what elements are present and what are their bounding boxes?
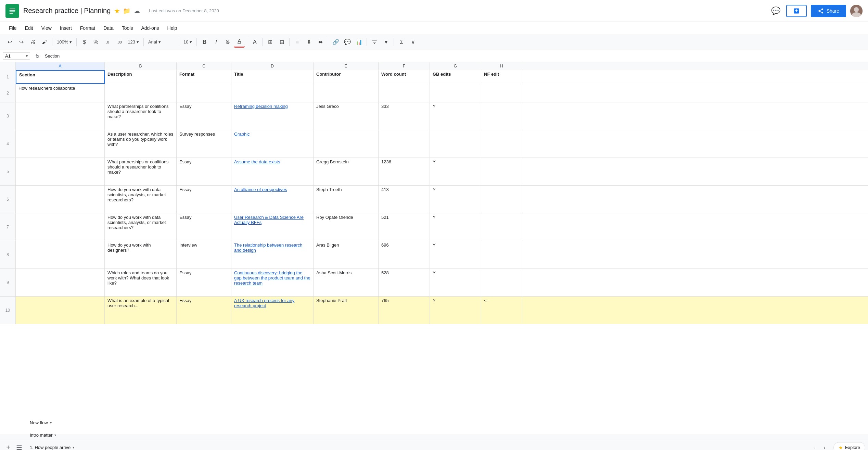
menu-data[interactable]: Data — [100, 24, 117, 32]
cell-6-7[interactable] — [481, 186, 522, 213]
cell-2-6[interactable] — [430, 84, 481, 102]
cell-10-1[interactable]: What is an example of a typical user res… — [105, 297, 177, 324]
sigma-btn[interactable]: Σ — [396, 37, 407, 48]
cell-7-4[interactable]: Roy Opate Olende — [314, 213, 379, 241]
cell-8-5[interactable]: 696 — [379, 241, 430, 268]
cell-5-4[interactable]: Gregg Bernstein — [314, 158, 379, 185]
fill-color-btn[interactable]: A — [249, 37, 260, 48]
col-header-h[interactable]: H — [481, 62, 522, 70]
cell-8-2[interactable]: Interview — [177, 241, 231, 268]
cell-7-7[interactable] — [481, 213, 522, 241]
borders-btn[interactable]: ⊞ — [265, 37, 276, 48]
cell-b1[interactable]: Description — [105, 70, 177, 84]
cell-reference[interactable]: A1 ▾ — [3, 52, 30, 60]
cell-c1[interactable]: Format — [177, 70, 231, 84]
cell-10-2[interactable]: Essay — [177, 297, 231, 324]
drive-icon[interactable]: 📁 — [123, 7, 130, 15]
share-button[interactable]: Share — [811, 5, 846, 17]
col-header-d[interactable]: D — [231, 62, 314, 70]
undo-btn[interactable]: ↩ — [4, 37, 15, 48]
format-type-select[interactable]: 123▾ — [125, 37, 141, 47]
cell-6-6[interactable]: Y — [430, 186, 481, 213]
cell-2-1[interactable] — [105, 84, 177, 102]
cell-4-3[interactable]: Graphic — [231, 130, 314, 158]
cell-8-4[interactable]: Aras Bilgen — [314, 241, 379, 268]
col-header-b[interactable]: B — [105, 62, 177, 70]
link-btn[interactable]: 🔗 — [330, 37, 341, 48]
more-btn[interactable]: ∨ — [408, 37, 419, 48]
cell-e1[interactable]: Contributor — [314, 70, 379, 84]
cloud-icon[interactable]: ☁ — [134, 7, 140, 15]
cell-link[interactable]: A UX research process for any research p… — [234, 298, 310, 308]
cell-a1[interactable]: Section — [16, 70, 105, 84]
cell-7-1[interactable]: How do you work with data scientists, an… — [105, 213, 177, 241]
cell-6-5[interactable]: 413 — [379, 186, 430, 213]
cell-9-5[interactable]: 528 — [379, 269, 430, 296]
cell-d1[interactable]: Title — [231, 70, 314, 84]
cell-link[interactable]: Graphic — [234, 132, 250, 137]
decimal0-btn[interactable]: .0 — [102, 37, 113, 48]
cell-10-6[interactable]: Y — [430, 297, 481, 324]
cell-4-6[interactable] — [430, 130, 481, 158]
cell-7-3[interactable]: User Research & Data Science Are Actuall… — [231, 213, 314, 241]
menu-insert[interactable]: Insert — [56, 24, 75, 32]
comment-btn[interactable]: 💬 — [342, 37, 353, 48]
cell-3-7[interactable] — [481, 102, 522, 130]
cell-7-5[interactable]: 521 — [379, 213, 430, 241]
menu-addons[interactable]: Add-ons — [138, 24, 162, 32]
h-scroll[interactable] — [0, 434, 868, 439]
cell-4-7[interactable] — [481, 130, 522, 158]
strikethrough-btn[interactable]: S — [222, 37, 233, 48]
italic-btn[interactable]: I — [210, 37, 221, 48]
cell-2-7[interactable] — [481, 84, 522, 102]
cell-3-6[interactable]: Y — [430, 102, 481, 130]
move-to-drive-btn[interactable] — [786, 5, 807, 17]
formula-input[interactable]: Section — [45, 53, 865, 59]
cell-9-0[interactable] — [16, 269, 105, 296]
cell-2-4[interactable] — [314, 84, 379, 102]
cell-4-2[interactable]: Survey responses — [177, 130, 231, 158]
cell-f1[interactable]: Word count — [379, 70, 430, 84]
cell-8-3[interactable]: The relationship between research and de… — [231, 241, 314, 268]
col-header-f[interactable]: F — [379, 62, 430, 70]
cell-3-1[interactable]: What partnerships or coalitions should a… — [105, 102, 177, 130]
cell-9-1[interactable]: Which roles and teams do you work with? … — [105, 269, 177, 296]
zoom-select[interactable]: 100%▾ — [54, 37, 74, 47]
cell-4-1[interactable]: As a user researcher, which roles or tea… — [105, 130, 177, 158]
cell-5-6[interactable]: Y — [430, 158, 481, 185]
cell-10-0[interactable] — [16, 297, 105, 324]
cell-9-7[interactable] — [481, 269, 522, 296]
v-align-btn[interactable]: ⬍ — [303, 37, 314, 48]
cell-3-5[interactable]: 333 — [379, 102, 430, 130]
cell-link[interactable]: The relationship between research and de… — [234, 242, 310, 253]
menu-view[interactable]: View — [38, 24, 55, 32]
cell-4-5[interactable] — [379, 130, 430, 158]
grid-scroll[interactable]: 1 Section Description Format Title Contr… — [0, 70, 868, 434]
cell-6-0[interactable] — [16, 186, 105, 213]
cell-2-3[interactable] — [231, 84, 314, 102]
cell-5-7[interactable] — [481, 158, 522, 185]
sheet-tab-1[interactable]: Intro matter▾ — [25, 429, 79, 441]
decimal00-btn[interactable]: .00 — [114, 37, 125, 48]
cell-6-3[interactable]: An alliance of perspectives — [231, 186, 314, 213]
user-avatar[interactable] — [850, 5, 863, 17]
wrap-btn[interactable]: ⬌ — [315, 37, 326, 48]
cell-10-3[interactable]: A UX research process for any research p… — [231, 297, 314, 324]
underline-btn[interactable]: A — [234, 37, 245, 48]
col-header-c[interactable]: C — [177, 62, 231, 70]
redo-btn[interactable]: ↪ — [16, 37, 27, 48]
dollar-btn[interactable]: $ — [79, 37, 90, 48]
cell-4-0[interactable] — [16, 130, 105, 158]
cell-4-4[interactable] — [314, 130, 379, 158]
cell-9-4[interactable]: Asha Scott-Morris — [314, 269, 379, 296]
comments-icon[interactable]: 💬 — [770, 5, 782, 17]
cell-10-4[interactable]: Stephanie Pratt — [314, 297, 379, 324]
merge-btn[interactable]: ⊟ — [276, 37, 287, 48]
cell-7-2[interactable]: Essay — [177, 213, 231, 241]
cell-3-2[interactable]: Essay — [177, 102, 231, 130]
cell-7-0[interactable] — [16, 213, 105, 241]
col-header-g[interactable]: G — [430, 62, 481, 70]
cell-5-5[interactable]: 1236 — [379, 158, 430, 185]
percent-btn[interactable]: % — [90, 37, 101, 48]
cell-link[interactable]: Continuous discovery: bridging the gap b… — [234, 270, 310, 286]
